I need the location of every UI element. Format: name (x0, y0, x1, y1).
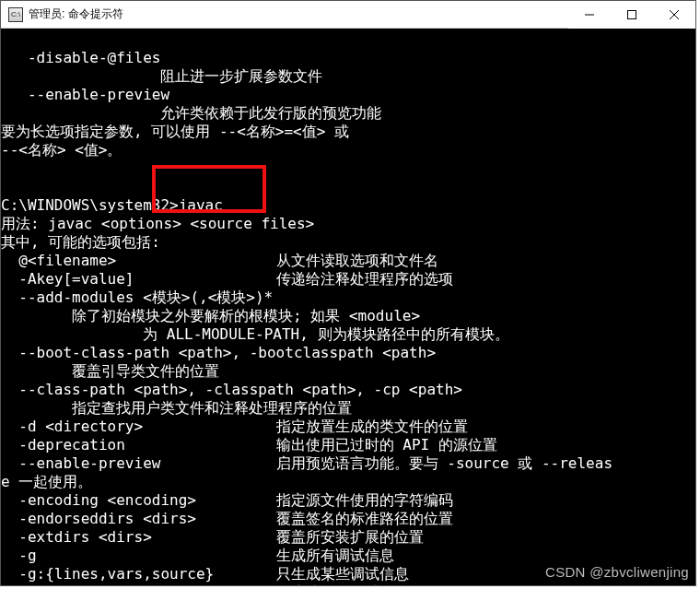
terminal-line: 为 ALL-MODULE-PATH, 则为模块路径中的所有模块。 (1, 325, 695, 344)
terminal-line: --add-modules <模块>(,<模块>)* (1, 289, 695, 307)
terminal-line: e 一起使用。 (1, 473, 695, 491)
terminal-line: -endorseddirs <dirs> 覆盖签名的标准路径的位置 (1, 510, 695, 528)
minimize-button[interactable] (568, 1, 611, 29)
maximize-button[interactable] (611, 1, 653, 29)
terminal-line (1, 30, 695, 49)
terminal-line: -extdirs <dirs> 覆盖所安装扩展的位置 (1, 528, 695, 547)
terminal-line: 要为长选项指定参数, 可以使用 --<名称>=<值> 或 (1, 123, 695, 141)
titlebar[interactable]: C:\ 管理员: 命令提示符 (1, 1, 695, 29)
watermark: CSDN @zbvcliwenjing (545, 564, 689, 580)
terminal-line: --boot-class-path <path>, -bootclasspath… (1, 344, 695, 362)
app-icon: C:\ (8, 7, 23, 22)
terminal-line: --enable-preview (1, 86, 695, 104)
svg-rect-1 (628, 10, 636, 18)
terminal-line: --class-path <path>, -classpath <path>, … (1, 381, 695, 399)
terminal-line: -g:none 不生成任何调试信息 (1, 583, 695, 585)
terminal-line (1, 159, 695, 178)
terminal-line: 允许类依赖于此发行版的预览功能 (1, 104, 695, 123)
terminal-line: -deprecation 输出使用已过时的 API 的源位置 (1, 436, 695, 454)
terminal-line (1, 178, 695, 196)
close-icon (670, 10, 679, 19)
window-title: 管理员: 命令提示符 (29, 6, 123, 22)
minimize-icon (585, 10, 594, 19)
terminal-line: 阻止进一步扩展参数文件 (1, 67, 695, 86)
terminal-output[interactable]: -disable-@files 阻止进一步扩展参数文件 --enable-pre… (1, 29, 695, 585)
terminal-line: @<filename> 从文件读取选项和文件名 (1, 252, 695, 270)
terminal-line: 用法: javac <options> <source files> (1, 215, 695, 233)
maximize-icon (627, 10, 636, 19)
terminal-line: 除了初始模块之外要解析的根模块; 如果 <module> (1, 307, 695, 325)
terminal-line: -disable-@files (1, 49, 695, 67)
cmd-window: C:\ 管理员: 命令提示符 -disable-@files 阻止进一步扩展参数… (0, 0, 696, 586)
terminal-line: 其中, 可能的选项包括: (1, 233, 695, 252)
terminal-line: -g 生成所有调试信息 (1, 547, 695, 565)
terminal-line: 指定查找用户类文件和注释处理程序的位置 (1, 399, 695, 418)
terminal-line: --enable-preview 启用预览语言功能。要与 -source 或 -… (1, 454, 695, 473)
close-button[interactable] (653, 1, 695, 29)
terminal-line: -Akey[=value] 传递给注释处理程序的选项 (1, 270, 695, 289)
terminal-line: C:\WINDOWS\system32>javac (1, 196, 695, 215)
terminal-line: 覆盖引导类文件的位置 (1, 362, 695, 381)
terminal-line: -d <directory> 指定放置生成的类文件的位置 (1, 418, 695, 436)
terminal-line: --<名称> <值>。 (1, 141, 695, 159)
terminal-line: -encoding <encoding> 指定源文件使用的字符编码 (1, 491, 695, 510)
